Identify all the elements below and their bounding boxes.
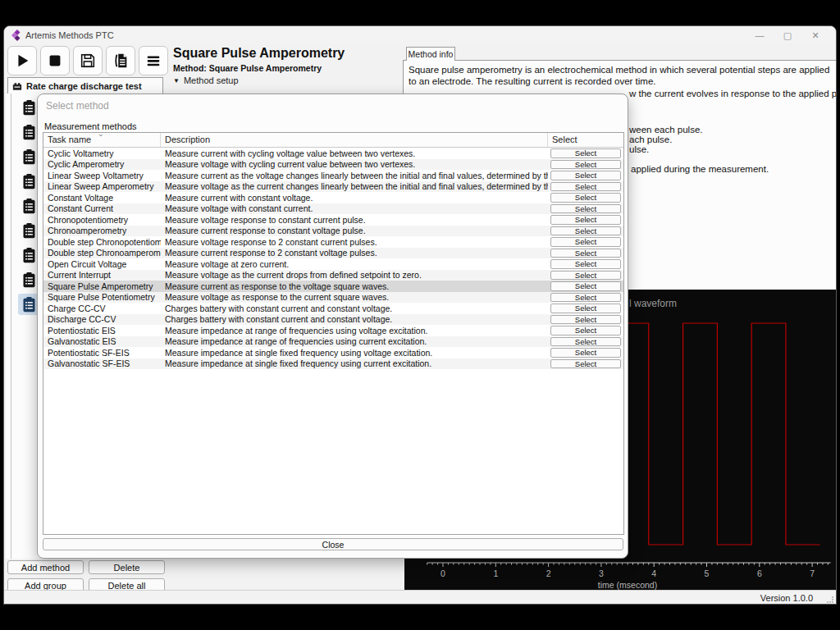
version-label: Version 1.0.0 bbox=[760, 593, 813, 603]
app-logo-icon bbox=[11, 30, 23, 41]
table-row[interactable]: Current InterruptMeasure voltage as the … bbox=[43, 270, 623, 281]
table-header: ⌄ Task name Description Select bbox=[43, 133, 623, 148]
table-row[interactable]: Potentiostatic SF-EISMeasure impedance a… bbox=[43, 347, 623, 358]
select-button[interactable]: Select bbox=[550, 204, 621, 214]
task-name-cell: Constant Voltage bbox=[43, 193, 161, 203]
task-name-cell: Discharge CC-CV bbox=[43, 314, 161, 324]
select-button[interactable]: Select bbox=[550, 171, 621, 180]
table-row[interactable]: Potentiostatic EISMeasure impedance at r… bbox=[43, 325, 623, 336]
task-name-cell: Chronopotentiometry bbox=[43, 215, 161, 225]
task-name-cell: Potentiostatic SF-EIS bbox=[43, 348, 161, 358]
table-row[interactable]: ChronoamperometryMeasure current respons… bbox=[43, 226, 623, 237]
select-method-dialog: Select method Measurement methods ⌄ Task… bbox=[37, 94, 628, 559]
page-subtitle: Method: Square Pulse Amperometry bbox=[173, 63, 322, 73]
tab-method-info[interactable]: Method info bbox=[406, 47, 455, 61]
description-cell: Measure impedance at single fixed freque… bbox=[161, 358, 548, 368]
method-info-paragraph: Square pulse amperometry is an electroch… bbox=[409, 65, 832, 87]
select-button[interactable]: Select bbox=[550, 337, 621, 347]
info-fragment: ween each pulse. bbox=[629, 125, 703, 135]
task-name-cell: Cyclic Voltametry bbox=[43, 148, 161, 158]
select-button[interactable]: Select bbox=[550, 193, 621, 203]
select-button[interactable]: Select bbox=[550, 304, 621, 313]
select-button[interactable]: Select bbox=[550, 326, 621, 336]
info-fragment: ulse. bbox=[629, 144, 649, 154]
task-name-cell: Square Pulse Amperometry bbox=[43, 281, 161, 291]
window-title: Artemis Methods PTC bbox=[25, 30, 114, 40]
select-button[interactable]: Select bbox=[550, 237, 621, 247]
sort-indicator-icon: ⌄ bbox=[98, 132, 104, 138]
tab-rate-charge-discharge-test[interactable]: Rate charge discharge test bbox=[7, 77, 163, 94]
select-button[interactable]: Select bbox=[550, 359, 621, 369]
select-button[interactable]: Select bbox=[550, 249, 621, 258]
battery-icon bbox=[12, 82, 22, 91]
task-name-cell: Square Pulse Potentiometry bbox=[43, 292, 161, 302]
svg-text:5: 5 bbox=[705, 568, 710, 578]
method-setup-expander[interactable]: ▼ Method setup bbox=[173, 75, 239, 85]
app-window: Artemis Methods PTC — ▢ ✕ bbox=[3, 25, 837, 605]
description-cell: Measure voltage as the current drops fro… bbox=[161, 270, 548, 280]
description-cell: Measure current with constant voltage. bbox=[161, 193, 548, 203]
description-cell: Measure voltage at zero current. bbox=[161, 259, 548, 269]
close-window-button[interactable]: ✕ bbox=[801, 26, 829, 44]
table-row[interactable]: Square Pulse AmperometryMeasure current … bbox=[43, 281, 623, 292]
description-cell: Measure current response to 2 constant v… bbox=[161, 248, 548, 258]
stop-button[interactable] bbox=[40, 46, 70, 75]
minimize-button[interactable]: — bbox=[746, 26, 774, 44]
table-row[interactable]: Open Circuit VoltageMeasure voltage at z… bbox=[43, 258, 623, 270]
svg-text:3: 3 bbox=[599, 568, 604, 578]
table-row[interactable]: Constant CurrentMeasure voltage with con… bbox=[43, 203, 623, 215]
description-cell: Charges battery with constant current an… bbox=[161, 304, 548, 313]
table-row[interactable]: Charge CC-CVCharges battery with constan… bbox=[43, 303, 623, 314]
select-button[interactable]: Select bbox=[550, 315, 621, 325]
info-fragment: ach pulse. bbox=[629, 135, 672, 144]
table-row[interactable]: Galvanostatic EISMeasure impedance at ra… bbox=[43, 336, 623, 348]
maximize-button[interactable]: ▢ bbox=[774, 26, 801, 44]
table-row[interactable]: Double step ChronoamperometryMeasure cur… bbox=[43, 248, 623, 259]
description-cell: Measure impedance at range of frequencie… bbox=[161, 326, 548, 336]
close-button[interactable]: Close bbox=[43, 538, 623, 550]
table-row[interactable]: ChronopotentiometryMeasure voltage respo… bbox=[43, 214, 623, 226]
column-header-task-name[interactable]: ⌄ Task name bbox=[43, 133, 161, 147]
table-row[interactable]: Constant VoltageMeasure current with con… bbox=[43, 192, 623, 203]
svg-text:time (msecond): time (msecond) bbox=[598, 580, 657, 590]
task-name-cell: Open Circuit Voltage bbox=[43, 259, 161, 269]
description-cell: Measure voltage with cycling current val… bbox=[161, 159, 548, 169]
save-button[interactable] bbox=[73, 46, 103, 75]
table-row[interactable]: Double step ChronopotentiometryMeasure v… bbox=[43, 236, 623, 248]
select-button[interactable]: Select bbox=[550, 182, 621, 192]
select-button[interactable]: Select bbox=[550, 259, 621, 269]
add-method-button[interactable]: Add method bbox=[7, 560, 84, 574]
description-cell: Measure voltage response to constant cur… bbox=[161, 215, 548, 225]
select-button[interactable]: Select bbox=[550, 348, 621, 358]
task-name-cell: Linear Sweep Amperometry bbox=[43, 181, 161, 191]
task-name-cell: Double step Chronopotentiometry bbox=[43, 237, 161, 247]
select-button[interactable]: Select bbox=[550, 271, 621, 281]
select-button[interactable]: Select bbox=[550, 281, 621, 291]
select-button[interactable]: Select bbox=[550, 293, 621, 303]
task-name-cell: Galvanostatic EIS bbox=[43, 336, 161, 346]
select-button[interactable]: Select bbox=[550, 215, 621, 225]
column-header-description[interactable]: Description bbox=[161, 133, 548, 147]
description-cell: Measure impedance at single fixed freque… bbox=[161, 348, 548, 358]
column-header-select[interactable]: Select bbox=[548, 133, 623, 147]
run-button[interactable] bbox=[7, 46, 37, 75]
table-row[interactable]: Galvanostatic SF-EISMeasure impedance at… bbox=[43, 358, 623, 370]
select-button[interactable]: Select bbox=[550, 160, 621, 170]
menu-button[interactable] bbox=[139, 46, 168, 75]
delete-button[interactable]: Delete bbox=[89, 560, 165, 574]
table-row[interactable]: Cyclic AmperometryMeasure voltage with c… bbox=[43, 159, 623, 171]
resize-grip[interactable] bbox=[827, 596, 833, 603]
description-cell: Measure voltage as the current changes l… bbox=[161, 181, 548, 191]
table-row[interactable]: Cyclic VoltametryMeasure current with cy… bbox=[43, 148, 623, 159]
select-button[interactable]: Select bbox=[550, 226, 621, 236]
copy-button[interactable] bbox=[106, 46, 135, 75]
table-row[interactable]: Square Pulse PotentiometryMeasure voltag… bbox=[43, 292, 623, 304]
table-row[interactable]: Linear Sweep AmperometryMeasure voltage … bbox=[43, 181, 623, 193]
svg-text:7: 7 bbox=[810, 568, 815, 578]
title-bar: Artemis Methods PTC — ▢ ✕ bbox=[4, 26, 836, 44]
svg-text:4: 4 bbox=[651, 568, 656, 578]
table-row[interactable]: Discharge CC-CVCharges battery with cons… bbox=[43, 314, 623, 326]
table-row[interactable]: Linear Sweep VoltametryMeasure current a… bbox=[43, 170, 623, 181]
select-button[interactable]: Select bbox=[550, 148, 621, 158]
description-cell: Measure current with cycling voltage val… bbox=[161, 148, 548, 158]
